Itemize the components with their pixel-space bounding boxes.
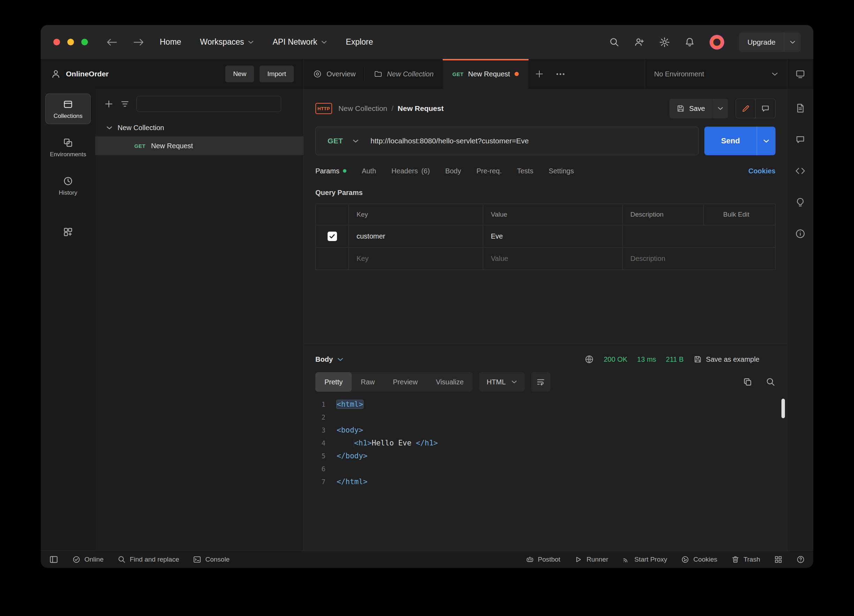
save-button[interactable]: Save (669, 99, 712, 118)
online-status[interactable]: Online (72, 555, 104, 564)
scrollbar-thumb[interactable] (781, 399, 785, 418)
minimize-window-button[interactable] (67, 39, 74, 45)
edit-pencil-icon[interactable] (736, 99, 756, 118)
tree-item-collection[interactable]: New Collection (95, 119, 303, 136)
breadcrumb-collection[interactable]: New Collection (339, 104, 387, 113)
tab-body[interactable]: Body (445, 167, 461, 175)
response-size[interactable]: 211 B (666, 355, 684, 363)
status-badge[interactable]: 200 OK (604, 355, 628, 363)
response-body-dropdown[interactable]: Body (316, 355, 343, 363)
column-ellipsis-icon[interactable] (711, 211, 718, 218)
back-arrow-icon[interactable] (107, 38, 117, 46)
tree-item-request-selected[interactable]: GET New Request (95, 136, 303, 155)
add-tab-button[interactable] (529, 59, 550, 89)
comment-bubble-icon[interactable] (756, 99, 775, 118)
tab-pre-request[interactable]: Pre-req. (477, 167, 502, 175)
nav-home[interactable]: Home (160, 37, 181, 47)
response-time[interactable]: 13 ms (637, 355, 656, 363)
lightbulb-hints-icon[interactable] (795, 197, 805, 207)
sidebar-item-environments[interactable]: Environments (46, 132, 90, 162)
postbot-button[interactable]: Postbot (526, 555, 560, 564)
new-button[interactable]: New (225, 66, 254, 82)
param-key-cell[interactable]: customer (349, 225, 483, 247)
filter-icon[interactable] (120, 99, 130, 108)
view-preview[interactable]: Preview (384, 372, 427, 392)
table-header-row: Key Value Description Bulk Edit (316, 204, 775, 225)
runner-button[interactable]: Runner (574, 555, 608, 564)
workspace-name[interactable]: OnlineOrder (66, 70, 109, 78)
save-options-chevron-icon[interactable] (712, 99, 728, 118)
trash-button[interactable]: Trash (731, 555, 760, 564)
response-options-ellipsis-icon[interactable] (769, 356, 776, 363)
forward-arrow-icon[interactable] (133, 38, 144, 46)
line-number: 6 (304, 462, 337, 476)
toggle-sidebar-button[interactable] (49, 555, 58, 564)
sidebar-item-collections[interactable]: Collections (46, 94, 90, 124)
code-line: 2 (304, 411, 787, 424)
notifications-bell-icon[interactable] (685, 37, 695, 47)
param-description-placeholder[interactable]: Description (623, 248, 775, 270)
console-button[interactable]: Console (193, 555, 230, 564)
tab-auth[interactable]: Auth (362, 167, 376, 175)
send-button[interactable]: Send (705, 127, 757, 155)
cookies-button[interactable]: Cookies (681, 555, 717, 564)
sidebar-more-ellipsis-icon[interactable] (288, 101, 294, 107)
info-icon[interactable] (795, 229, 805, 239)
cookies-link[interactable]: Cookies (748, 167, 776, 175)
save-floppy-icon (694, 355, 702, 363)
sidebar-item-more-blocks[interactable] (46, 221, 90, 241)
tab-overview[interactable]: Overview (304, 59, 364, 89)
save-as-example-button[interactable]: Save as example (694, 355, 759, 363)
param-value-placeholder[interactable]: Value (483, 248, 623, 270)
view-raw[interactable]: Raw (352, 372, 384, 392)
environment-quick-look-icon[interactable] (795, 69, 805, 79)
tab-tests[interactable]: Tests (517, 167, 534, 175)
documentation-icon[interactable] (795, 103, 805, 113)
wrap-text-button[interactable] (531, 372, 551, 392)
invite-user-icon[interactable] (634, 37, 645, 47)
view-visualize[interactable]: Visualize (427, 372, 473, 392)
tab-new-collection[interactable]: New Collection (365, 59, 442, 89)
upgrade-button[interactable]: Upgrade (739, 32, 801, 52)
bulk-edit-button[interactable]: Bulk Edit (723, 211, 749, 218)
comments-icon[interactable] (795, 134, 805, 145)
two-pane-view-icon[interactable] (774, 555, 782, 564)
search-icon (117, 555, 126, 564)
format-dropdown[interactable]: HTML (479, 372, 524, 392)
user-avatar[interactable] (709, 35, 724, 50)
import-button[interactable]: Import (259, 66, 294, 82)
copy-response-icon[interactable] (743, 377, 752, 387)
settings-gear-icon[interactable] (659, 37, 670, 47)
param-checkbox-checked[interactable] (328, 232, 337, 241)
nav-explore[interactable]: Explore (346, 37, 373, 47)
param-value-cell[interactable]: Eve (483, 225, 623, 247)
tab-params[interactable]: Params (316, 167, 346, 175)
sidebar-search-input[interactable] (137, 96, 281, 111)
nav-api-network[interactable]: API Network (273, 37, 327, 47)
help-icon[interactable] (796, 555, 805, 564)
zoom-window-button[interactable] (81, 39, 88, 45)
globe-icon[interactable] (584, 354, 594, 364)
param-key-placeholder[interactable]: Key (349, 248, 483, 270)
param-description-cell[interactable] (623, 225, 775, 247)
send-options-chevron-icon[interactable] (757, 127, 776, 155)
tab-headers[interactable]: Headers(6) (392, 167, 430, 175)
nav-workspaces[interactable]: Workspaces (200, 37, 254, 47)
environment-selector[interactable]: No Environment (645, 59, 787, 89)
collection-icon (374, 70, 382, 78)
sidebar-item-history[interactable]: History (46, 171, 90, 201)
method-selector[interactable]: GET (316, 137, 371, 145)
code-snippet-icon[interactable] (795, 166, 805, 176)
find-and-replace-button[interactable]: Find and replace (117, 555, 179, 564)
search-response-icon[interactable] (766, 377, 776, 387)
url-input[interactable] (371, 137, 698, 145)
tab-options-ellipsis-icon[interactable] (550, 59, 571, 89)
tab-settings[interactable]: Settings (549, 167, 574, 175)
start-proxy-button[interactable]: Start Proxy (622, 555, 667, 564)
close-window-button[interactable] (53, 39, 60, 45)
tab-new-request-active[interactable]: GET New Request (443, 59, 529, 89)
view-pretty[interactable]: Pretty (316, 372, 352, 392)
add-collection-plus-icon[interactable] (104, 99, 113, 108)
search-icon[interactable] (609, 37, 619, 47)
upgrade-dropdown-chevron-icon[interactable] (784, 32, 801, 52)
